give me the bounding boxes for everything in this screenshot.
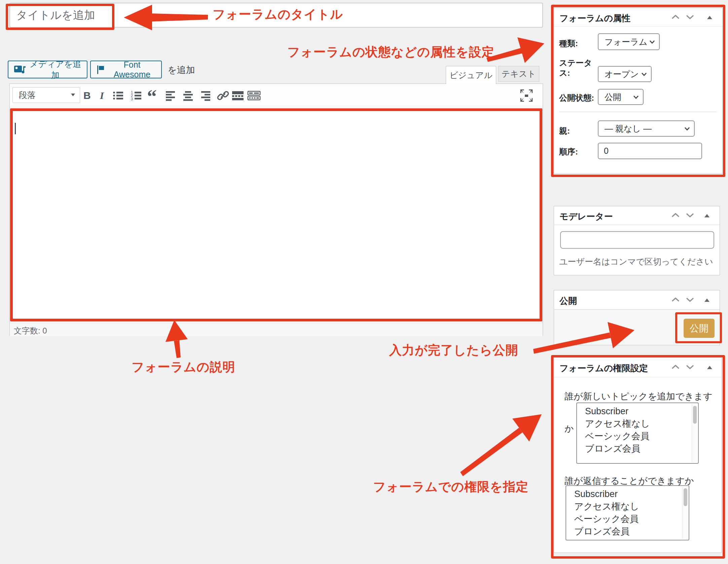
chevron-down-icon <box>649 40 655 44</box>
blockquote-icon[interactable]: “ <box>146 89 160 102</box>
role-option[interactable]: ブロンズ会員 <box>566 525 689 538</box>
numbered-list-icon[interactable]: 1 2 3 <box>130 89 143 102</box>
moderators-panel: モデレーター ユーザー名はコンマで区切ってください <box>554 206 720 275</box>
permissions-header[interactable]: フォーラムの権限設定 <box>554 358 721 377</box>
panel-title: フォーラムの属性 <box>559 12 630 24</box>
visibility-select[interactable]: 公開 <box>598 89 644 105</box>
forum-attributes-panel: フォーラムの属性 種類: フォーラム ステータス: オープン 公開状態: 公開 <box>554 8 723 174</box>
caret-down-icon <box>71 94 75 97</box>
publish-panel: 公開 公開 <box>554 290 720 345</box>
topics-permission-label: 誰が新しいトピックを追加できます <box>565 390 713 402</box>
publish-header[interactable]: 公開 <box>554 290 720 310</box>
chevron-down-icon <box>684 127 690 131</box>
media-icon <box>14 65 26 75</box>
topics-permission-listbox[interactable]: Subscriber アクセス権なし ベーシック会員 ブロンズ会員 <box>576 402 699 464</box>
replies-permission-listbox[interactable]: Subscriber アクセス権なし ベーシック会員 ブロンズ会員 <box>566 485 689 540</box>
role-option[interactable]: アクセス権なし <box>577 418 698 430</box>
tab-visual[interactable]: ビジュアル <box>446 66 496 84</box>
content-editor: 段落 B I <box>9 83 543 336</box>
scrollbar-track[interactable] <box>692 404 697 462</box>
chevron-down-icon[interactable] <box>686 297 694 302</box>
role-option[interactable]: ベーシック会員 <box>577 430 698 443</box>
paragraph-format-select[interactable]: 段落 <box>12 87 80 103</box>
editor-statusbar: 文字数: 0 <box>10 323 543 336</box>
moderators-input[interactable] <box>560 231 714 249</box>
scrollbar-track[interactable] <box>682 487 688 539</box>
order-input[interactable] <box>598 143 702 159</box>
tab-text[interactable]: テキスト <box>498 66 539 82</box>
chevron-down-icon[interactable] <box>686 213 694 217</box>
field-label-parent: 親: <box>559 126 598 136</box>
align-left-icon[interactable] <box>164 89 177 102</box>
svg-text:“: “ <box>147 89 157 102</box>
topics-permission-label-wrap: か <box>565 423 574 435</box>
align-center-icon[interactable] <box>181 89 195 102</box>
field-label-order: 順序: <box>559 147 598 157</box>
panel-title: 公開 <box>559 295 577 307</box>
field-label-type: 種類: <box>559 38 598 48</box>
link-icon[interactable] <box>216 89 230 102</box>
moderators-hint: ユーザー名はコンマで区切ってください <box>559 256 713 267</box>
annotation-publish-label: 入力が完了したら公開 <box>389 342 518 359</box>
role-option[interactable]: Subscriber <box>577 403 698 418</box>
font-awesome-button[interactable]: Font Awesome <box>90 61 162 78</box>
bold-icon[interactable]: B <box>80 89 93 102</box>
add-media-button[interactable]: メディアを追加 <box>8 61 87 78</box>
status-select[interactable]: オープン <box>598 66 652 82</box>
field-label-visibility: 公開状態: <box>559 93 598 103</box>
svg-text:3: 3 <box>131 97 133 101</box>
italic-icon[interactable]: I <box>95 89 109 102</box>
panel-title: フォーラムの権限設定 <box>559 362 648 374</box>
publish-button[interactable]: 公開 <box>684 319 715 338</box>
scrollbar-thumb[interactable] <box>693 406 697 424</box>
type-select-value: フォーラム <box>605 36 647 47</box>
collapse-toggle-icon[interactable] <box>707 16 712 20</box>
editor-toolbar: 段落 B I <box>10 84 543 107</box>
role-option[interactable]: Subscriber <box>566 486 689 500</box>
permissions-panel: フォーラムの権限設定 誰が新しいトピックを追加できます か Subscriber… <box>554 357 722 553</box>
arrow-permissions-icon <box>512 414 542 442</box>
editor-canvas[interactable] <box>10 107 543 323</box>
role-option[interactable]: アクセス権なし <box>566 500 689 513</box>
panel-title: モデレーター <box>559 211 613 222</box>
bulleted-list-icon[interactable] <box>111 89 125 102</box>
font-awesome-label: Font Awesome <box>108 60 156 79</box>
type-select[interactable]: フォーラム <box>598 33 660 50</box>
collapse-toggle-icon[interactable] <box>707 366 712 369</box>
status-select-value: オープン <box>605 69 639 80</box>
parent-select-value: — 親なし — <box>605 123 652 134</box>
chevron-up-icon[interactable] <box>671 213 680 217</box>
forum-attributes-header[interactable]: フォーラムの属性 <box>554 8 722 27</box>
keyboard-shortcuts-icon[interactable] <box>247 89 261 102</box>
collapse-toggle-icon[interactable] <box>704 214 709 218</box>
chevron-down-icon <box>641 72 647 76</box>
visibility-select-value: 公開 <box>605 92 621 103</box>
moderators-header[interactable]: モデレーター <box>554 206 720 225</box>
char-count: 文字数: 0 <box>14 325 47 336</box>
role-option[interactable]: ベーシック会員 <box>566 513 689 525</box>
chevron-down-icon[interactable] <box>686 15 694 19</box>
forum-edit-page: フォーラムのタイトル フォーラムの状態などの属性を設定 メディアを追加 Font… <box>0 0 728 564</box>
read-more-icon[interactable] <box>231 89 245 102</box>
add-media-label: メディアを追加 <box>29 59 81 81</box>
svg-text:I: I <box>100 90 104 101</box>
chevron-down-icon <box>633 95 639 99</box>
parent-select[interactable]: — 親なし — <box>598 120 695 137</box>
flag-icon <box>96 65 105 75</box>
role-option[interactable]: ブロンズ会員 <box>577 443 698 455</box>
divider <box>559 112 717 112</box>
annotation-description-label: フォーラムの説明 <box>132 359 235 376</box>
svg-text:B: B <box>83 90 91 101</box>
chevron-down-icon[interactable] <box>686 365 694 369</box>
annotation-permissions-label: フォーラムでの権限を指定 <box>373 479 529 495</box>
chevron-up-icon[interactable] <box>671 365 680 369</box>
after-buttons-label: を追加 <box>168 64 195 76</box>
align-right-icon[interactable] <box>199 89 212 102</box>
annotation-attributes-label: フォーラムの状態などの属性を設定 <box>287 44 495 61</box>
fullscreen-icon[interactable] <box>520 89 533 102</box>
scrollbar-thumb[interactable] <box>684 488 687 506</box>
annotation-title-label: フォーラムのタイトル <box>213 6 343 23</box>
chevron-up-icon[interactable] <box>671 15 680 19</box>
collapse-toggle-icon[interactable] <box>704 298 709 302</box>
chevron-up-icon[interactable] <box>671 297 680 302</box>
